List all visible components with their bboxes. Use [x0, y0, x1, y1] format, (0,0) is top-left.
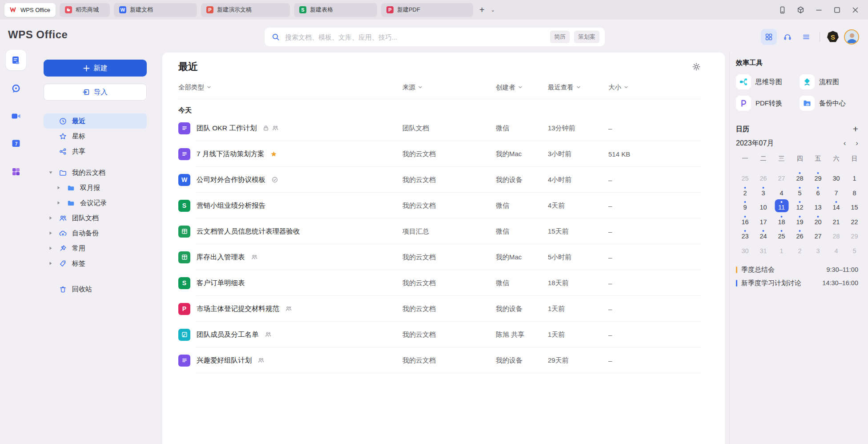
window-tab-稻壳商城[interactable]: 稻壳商城: [60, 3, 110, 17]
sidebar-item-最近[interactable]: 最近: [44, 113, 147, 129]
calendar-day-20[interactable]: 20: [809, 213, 827, 227]
rail-item-messages[interactable]: [6, 78, 26, 99]
caret-right-icon[interactable]: [56, 186, 61, 190]
calendar-day-17[interactable]: 17: [754, 213, 772, 227]
sidebar-item-我的云文档[interactable]: 我的云文档: [44, 165, 147, 180]
calendar-day-26[interactable]: 26: [754, 169, 772, 184]
add-event-button[interactable]: +: [853, 124, 858, 134]
file-row[interactable]: 兴趣爱好组队计划我的云文档我的设备29天前–: [178, 347, 701, 373]
calendar-day-25[interactable]: 25: [736, 169, 754, 184]
main-menu-button[interactable]: [798, 29, 814, 45]
file-row[interactable]: 团队成员及分工名单我的云文档陈旭 共享1天前–: [178, 322, 701, 347]
calendar-day-25[interactable]: 25: [772, 227, 791, 242]
calendar-day-14[interactable]: 14: [827, 198, 845, 213]
new-document-button[interactable]: 新建: [44, 60, 147, 77]
tool-流程图[interactable]: 流程图: [800, 71, 863, 93]
file-row[interactable]: 库存出入管理表我的云文档我的Mac5小时前–: [178, 244, 701, 270]
file-row[interactable]: 7 月线下活动策划方案我的云文档我的Mac3小时前514 KB: [178, 141, 701, 167]
search-tag-策划案[interactable]: 策划案: [574, 31, 599, 43]
calendar-day-1[interactable]: 1: [845, 169, 864, 184]
calendar-day-27[interactable]: 27: [809, 227, 827, 242]
calendar-day-5[interactable]: 5: [791, 184, 809, 198]
sidebar-item-标签[interactable]: 标签: [44, 256, 147, 271]
support-headset-button[interactable]: [780, 29, 796, 45]
calendar-event[interactable]: 新季度学习计划讨论14:30–16:00: [736, 276, 858, 290]
tool-PDF转换[interactable]: PDF转换: [736, 93, 800, 114]
calendar-day-19[interactable]: 19: [791, 213, 809, 227]
caret-right-icon[interactable]: [48, 261, 53, 266]
filter-来源[interactable]: 来源: [402, 83, 496, 92]
tool-思维导图[interactable]: 思维导图: [736, 71, 800, 93]
import-button[interactable]: 导入: [44, 84, 147, 101]
caret-right-icon[interactable]: [56, 201, 61, 205]
filter-创建者[interactable]: 创建者: [496, 83, 548, 92]
calendar-day-23[interactable]: 23: [736, 227, 754, 242]
calendar-day-24[interactable]: 24: [754, 227, 772, 242]
calendar-day-18[interactable]: 18: [772, 213, 791, 227]
file-row[interactable]: S客户订单明细表我的云文档微信18天前–: [178, 270, 701, 296]
calendar-day-5[interactable]: 5: [845, 242, 864, 256]
sidebar-item-星标[interactable]: 星标: [44, 129, 147, 144]
caret-right-icon[interactable]: [48, 246, 53, 250]
mobile-button[interactable]: [779, 6, 786, 14]
calendar-day-29[interactable]: 29: [845, 227, 864, 242]
global-search-bar[interactable]: 简历策划案: [265, 28, 605, 46]
calendar-day-30[interactable]: 30: [736, 242, 754, 256]
calendar-day-2[interactable]: 2: [736, 184, 754, 198]
file-row[interactable]: 云文档管人员信息统计表理器验收项目汇总微信15天前–: [178, 218, 701, 244]
file-row[interactable]: 团队 OKR 工作计划团队文档微信13分钟前–: [178, 115, 701, 141]
calendar-day-29[interactable]: 29: [809, 169, 827, 184]
sidebar-item-自动备份[interactable]: 自动备份: [44, 226, 147, 241]
calendar-day-4[interactable]: 4: [827, 242, 845, 256]
window-tab-新建文档[interactable]: W新建文档: [114, 3, 197, 17]
file-row[interactable]: P市场主体登记提交材料规范我的云文档我的设备1天前–: [178, 296, 701, 322]
sidebar-item-团队文档[interactable]: 团队文档: [44, 210, 147, 226]
window-tab-新建表格[interactable]: S新建表格: [294, 3, 377, 17]
rail-item-calendar-7[interactable]: 7: [6, 133, 26, 153]
rail-item-apps[interactable]: [6, 161, 26, 182]
minimize-button[interactable]: [815, 6, 823, 14]
calendar-day-2[interactable]: 2: [791, 242, 809, 256]
window-tab-WPS Office[interactable]: WPS Office: [4, 3, 56, 17]
calendar-day-8[interactable]: 8: [845, 184, 864, 198]
filter-全部类型[interactable]: 全部类型: [178, 83, 402, 92]
filter-最近查看[interactable]: 最近查看: [548, 83, 608, 92]
file-row[interactable]: W公司对外合作协议模板我的云文档我的设备4小时前–: [178, 167, 701, 193]
search-input[interactable]: [284, 33, 546, 41]
calendar-day-9[interactable]: 9: [736, 198, 754, 213]
calendar-next-button[interactable]: ›: [856, 139, 858, 148]
tab-list-chevron-icon[interactable]: ⌄: [491, 7, 495, 13]
user-avatar[interactable]: [844, 29, 859, 44]
window-tab-新建PDF[interactable]: P新建PDF: [381, 3, 473, 17]
calendar-day-27[interactable]: 27: [772, 169, 791, 184]
search-tag-简历[interactable]: 简历: [550, 31, 570, 43]
new-tab-button[interactable]: +: [479, 5, 485, 14]
caret-down-icon[interactable]: [48, 170, 53, 175]
calendar-day-3[interactable]: 3: [754, 184, 772, 198]
rail-item-meeting[interactable]: [6, 106, 26, 126]
calendar-day-28[interactable]: 28: [827, 227, 845, 242]
calendar-day-3[interactable]: 3: [809, 242, 827, 256]
window-tab-新建演示文稿[interactable]: P新建演示文稿: [201, 3, 290, 17]
close-button[interactable]: [852, 6, 859, 14]
calendar-day-30[interactable]: 30: [827, 169, 845, 184]
calendar-event[interactable]: 季度总结会9:30–11:00: [736, 263, 858, 276]
calendar-day-12[interactable]: 12: [791, 198, 809, 213]
calendar-day-15[interactable]: 15: [845, 198, 864, 213]
calendar-day-4[interactable]: 4: [772, 184, 791, 198]
grid-view-button[interactable]: [761, 29, 777, 45]
membership-badge[interactable]: S: [826, 30, 840, 44]
maximize-button[interactable]: [833, 6, 841, 14]
caret-right-icon[interactable]: [48, 216, 53, 220]
sidebar-item-常用[interactable]: 常用: [44, 241, 147, 256]
filter-大小[interactable]: 大小: [608, 83, 701, 92]
calendar-day-13[interactable]: 13: [809, 198, 827, 213]
sidebar-item-双月报[interactable]: 双月报: [44, 180, 147, 195]
calendar-day-11[interactable]: 11: [772, 198, 791, 213]
calendar-day-7[interactable]: 7: [827, 184, 845, 198]
sidebar-item-会议记录[interactable]: 会议记录: [44, 195, 147, 210]
calendar-prev-button[interactable]: ‹: [844, 139, 846, 148]
stack-button[interactable]: [797, 6, 804, 14]
calendar-day-10[interactable]: 10: [754, 198, 772, 213]
rail-item-documents[interactable]: [6, 50, 26, 70]
